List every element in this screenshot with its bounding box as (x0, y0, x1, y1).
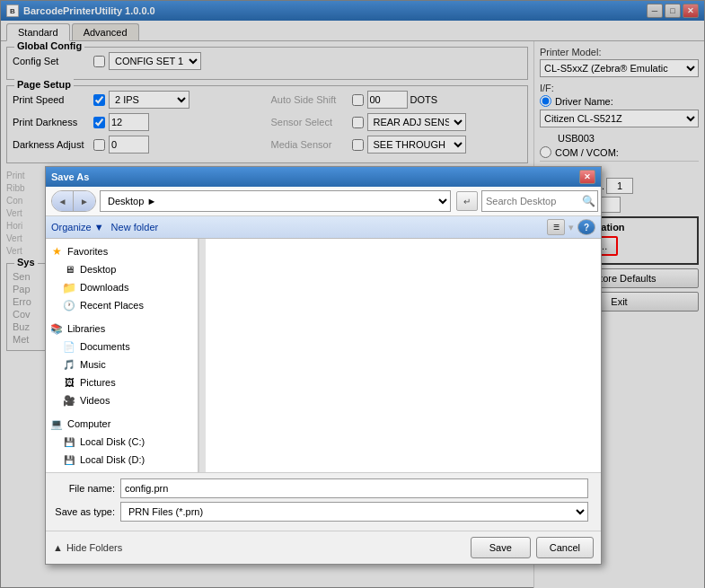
dialog-toolbar: ◄ ► Desktop ► ↵ 🔍 (46, 187, 601, 216)
save-as-type-label: Save as type: (53, 506, 120, 517)
tree-item-downloads[interactable]: 📁 Downloads (62, 278, 194, 296)
tree-item-documents[interactable]: 📄 Documents (62, 338, 194, 355)
favorites-icon: ★ (49, 244, 64, 259)
downloads-label: Downloads (80, 282, 128, 293)
computer-label: Computer (67, 418, 110, 429)
dialog-title: Save As (51, 171, 89, 182)
file-list[interactable] (206, 239, 601, 472)
favorites-label: Favorites (67, 246, 108, 257)
dialog-bottom: File name: Save as type: PRN Files (*.pr… (46, 472, 601, 531)
dialog-overlay: Save As ✕ ◄ ► Desktop ► ↵ 🔍 Organize ▼ N… (0, 0, 705, 588)
go-button[interactable]: ↵ (456, 191, 478, 211)
tree-item-desktop[interactable]: 🖥 Desktop (62, 260, 194, 278)
tree-item-computer[interactable]: 💻 Computer (49, 415, 194, 433)
documents-label: Documents (80, 341, 130, 352)
action-buttons: Save Cancel (471, 537, 594, 558)
view-icon-button[interactable]: ☰ (547, 219, 565, 235)
separator: ▾ (568, 222, 574, 233)
save-as-type-row: Save as type: PRN Files (*.prn) (53, 502, 594, 522)
recent-places-icon: 🕐 (62, 298, 76, 312)
music-label: Music (80, 359, 106, 370)
videos-label: Videos (80, 395, 110, 406)
local-disk-c-label: Local Disk (C:) (80, 436, 145, 447)
dialog-body: ★ Favorites 🖥 Desktop 📁 Downloads 🕐 Rece… (46, 239, 601, 472)
hide-folders-icon: ▲ (53, 542, 63, 553)
local-disk-d-label: Local Disk (D:) (80, 454, 145, 465)
hide-folders-button[interactable]: ▲ Hide Folders (53, 542, 122, 553)
file-name-input[interactable] (120, 478, 588, 498)
documents-icon: 📄 (62, 339, 76, 354)
tree-item-local-disk-d[interactable]: 💾 Local Disk (D:) (62, 451, 194, 469)
view-icons-group: ☰ ▾ ? (547, 219, 595, 235)
path-combo[interactable]: Desktop ► (100, 190, 451, 212)
nav-forward-button[interactable]: ► (74, 191, 95, 211)
help-button[interactable]: ? (577, 219, 595, 235)
pictures-icon: 🖼 (62, 375, 76, 390)
dialog-close-button[interactable]: ✕ (579, 170, 595, 184)
new-folder-button[interactable]: New folder (111, 222, 159, 233)
file-tree[interactable]: ★ Favorites 🖥 Desktop 📁 Downloads 🕐 Rece… (46, 239, 198, 472)
desktop-icon: 🖥 (62, 262, 76, 276)
tree-item-music[interactable]: 🎵 Music (62, 355, 194, 373)
tree-item-libraries[interactable]: 📚 Libraries (49, 320, 194, 338)
local-disk-c-icon: 💾 (62, 434, 76, 449)
file-name-row: File name: (53, 478, 594, 498)
local-disk-d-icon: 💾 (62, 452, 76, 467)
tree-scrollbar[interactable] (198, 239, 206, 472)
file-name-label: File name: (53, 483, 120, 494)
music-icon: 🎵 (62, 357, 76, 372)
videos-icon: 🎥 (62, 393, 76, 408)
computer-icon: 💻 (49, 417, 64, 431)
dialog-action-row: ▲ Hide Folders Save Cancel (46, 531, 601, 564)
search-input[interactable] (481, 190, 598, 212)
nav-btn-group: ◄ ► (51, 190, 96, 212)
cancel-button[interactable]: Cancel (536, 537, 594, 558)
nav-back-button[interactable]: ◄ (52, 191, 74, 211)
tree-item-recent-places[interactable]: 🕐 Recent Places (62, 296, 194, 314)
desktop-label: Desktop (80, 264, 116, 275)
save-as-dialog: Save As ✕ ◄ ► Desktop ► ↵ 🔍 Organize ▼ N… (45, 166, 602, 565)
downloads-icon: 📁 (62, 280, 76, 294)
dialog-titlebar: Save As ✕ (46, 167, 601, 187)
search-icon: 🔍 (582, 195, 595, 207)
libraries-label: Libraries (67, 323, 105, 334)
tree-item-videos[interactable]: 🎥 Videos (62, 391, 194, 409)
tree-item-pictures[interactable]: 🖼 Pictures (62, 373, 194, 391)
organize-button[interactable]: Organize ▼ (51, 222, 104, 233)
recent-places-label: Recent Places (80, 300, 144, 311)
hide-folders-label: Hide Folders (66, 542, 122, 553)
tree-item-favorites[interactable]: ★ Favorites (49, 242, 194, 260)
tree-item-local-disk-c[interactable]: 💾 Local Disk (C:) (62, 433, 194, 451)
organize-bar: Organize ▼ New folder ☰ ▾ ? (46, 216, 601, 239)
save-as-type-combo[interactable]: PRN Files (*.prn) (120, 502, 588, 522)
libraries-icon: 📚 (49, 321, 64, 336)
pictures-label: Pictures (80, 377, 116, 388)
save-button[interactable]: Save (471, 537, 531, 558)
